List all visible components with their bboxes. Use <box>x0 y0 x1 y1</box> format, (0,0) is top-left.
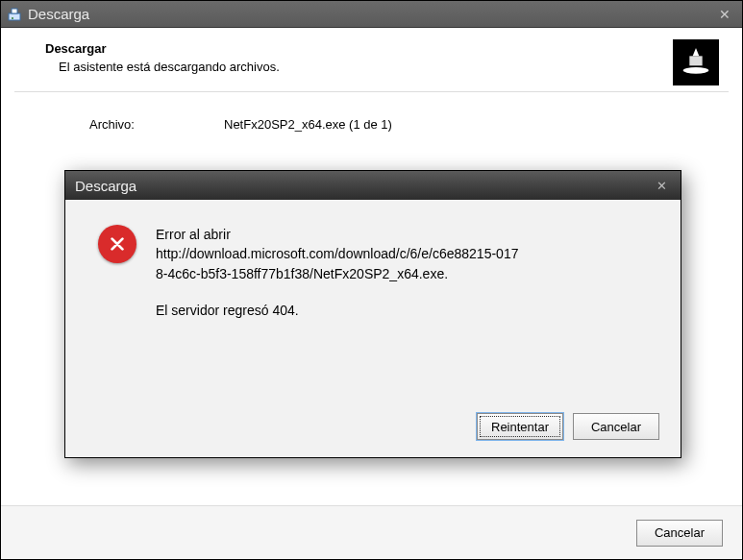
error-dialog: Descarga ✕ Error al abrir http://downloa… <box>64 170 681 458</box>
dialog-cancel-button[interactable]: Cancelar <box>573 413 659 440</box>
header-title: Descargar <box>45 41 719 56</box>
svg-rect-0 <box>9 13 20 20</box>
dialog-button-row: Reintentar Cancelar <box>477 413 659 440</box>
dialog-titlebar: Descarga ✕ <box>65 171 681 200</box>
file-label: Archivo: <box>89 117 224 132</box>
error-message: Error al abrir http://download.microsoft… <box>156 225 518 320</box>
svg-point-2 <box>12 17 13 19</box>
header-subtitle: El asistente está descargando archivos. <box>59 60 719 74</box>
error-icon <box>98 225 136 263</box>
error-line-3: 8-4c6c-b5f3-158ff77b1f38/NetFx20SP2_x64.… <box>156 264 518 283</box>
header-area: Descargar El asistente está descargando … <box>1 28 742 84</box>
main-titlebar: Descarga ✕ <box>1 1 742 28</box>
svg-rect-4 <box>689 56 702 65</box>
main-window: Descarga ✕ Descargar El asistente está d… <box>0 0 743 560</box>
main-close-icon[interactable]: ✕ <box>713 7 736 22</box>
error-line-2: http://download.microsoft.com/download/c… <box>156 244 518 263</box>
main-title: Descarga <box>28 6 89 22</box>
main-cancel-button[interactable]: Cancelar <box>636 520 723 547</box>
installer-icon <box>7 7 22 22</box>
dialog-body: Error al abrir http://download.microsoft… <box>65 200 681 329</box>
error-line-4: El servidor regresó 404. <box>156 301 518 320</box>
file-row: Archivo: NetFx20SP2_x64.exe (1 de 1) <box>1 92 742 135</box>
dialog-title: Descarga <box>75 178 136 194</box>
svg-point-3 <box>683 67 709 74</box>
svg-rect-1 <box>12 9 17 13</box>
error-line-1: Error al abrir <box>156 225 518 244</box>
dialog-close-icon[interactable]: ✕ <box>653 179 671 193</box>
download-banner-icon <box>673 39 719 85</box>
file-value: NetFx20SP2_x64.exe (1 de 1) <box>224 117 392 132</box>
retry-button[interactable]: Reintentar <box>477 413 563 440</box>
bottom-bar: Cancelar <box>1 505 742 559</box>
